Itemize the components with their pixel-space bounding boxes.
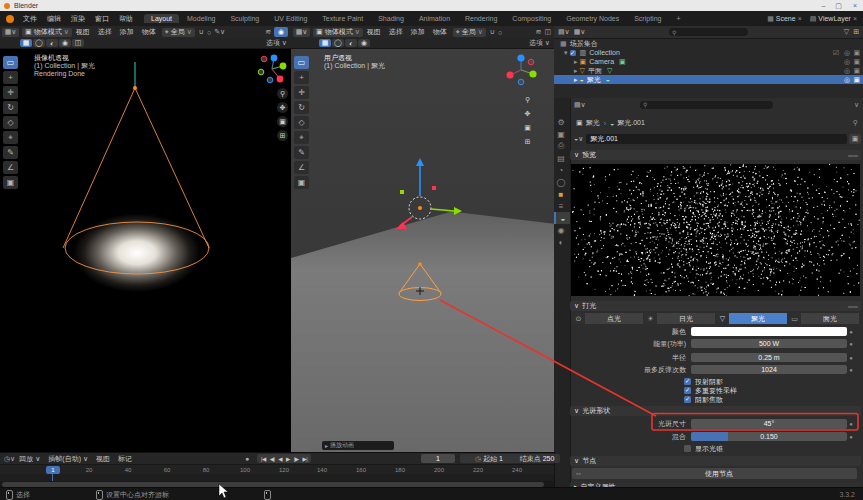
scale-tool[interactable]: ◇ <box>294 116 309 129</box>
solid-shading-icon[interactable]: ◯ <box>33 39 45 47</box>
hide-viewport-icon[interactable]: ◎ <box>844 58 850 66</box>
render-shading-icon[interactable]: ◉ <box>358 39 370 47</box>
render-visibility-checkbox[interactable]: ☑ <box>833 49 839 57</box>
cursor-tool[interactable]: + <box>3 71 18 84</box>
transform-tool[interactable]: ⌖ <box>3 131 18 144</box>
disable-render-icon[interactable]: ▣ <box>853 49 860 57</box>
mode-dropdown[interactable]: ▣ 物体模式∨ <box>313 28 363 37</box>
outliner-row-scene-collection[interactable]: ▦ 场景集合 <box>554 39 863 48</box>
hide-viewport-icon[interactable]: ◎ <box>844 76 850 84</box>
workspace-tab-rendering[interactable]: Rendering <box>458 14 504 23</box>
material-shading-icon[interactable]: ◐ <box>345 39 357 47</box>
timeline-view-menu[interactable]: 视图 <box>92 454 114 464</box>
outliner-row-spotlight-selected[interactable]: ▸ ◒ 聚光 ◒ ◎ ▣ <box>554 75 863 84</box>
workspace-tab-scripting[interactable]: Scripting <box>627 14 668 23</box>
workspace-tab-texturepaint[interactable]: Texture Paint <box>315 14 370 23</box>
orientation-dropdown[interactable]: ⌖ 全局∨ <box>162 28 195 37</box>
rendered-shading-icon[interactable]: ◉ <box>274 27 288 37</box>
jump-to-end-button[interactable]: ▶| <box>300 456 309 462</box>
tab-object-data[interactable]: ◒ <box>554 212 570 224</box>
section-preview[interactable]: ∨ 预览 ══ <box>570 150 861 160</box>
workspace-tab-shading[interactable]: Shading <box>371 14 411 23</box>
options-dropdown[interactable]: 选项 ∨ <box>266 38 287 48</box>
orientation-dropdown[interactable]: ⌖ 全局∨ <box>453 28 486 37</box>
animate-dot[interactable]: ● <box>849 434 853 440</box>
snap-magnet-icon[interactable]: ∪ <box>199 28 204 36</box>
spotlight-gizmo[interactable] <box>370 150 490 330</box>
current-frame-marker[interactable]: 1 <box>46 466 60 474</box>
header-options-icon[interactable]: ∨ <box>854 101 859 109</box>
tab-constraints[interactable]: ≡ <box>554 200 568 212</box>
multiple-importance-checkbox[interactable]: ✓ <box>684 387 691 394</box>
collection-checkbox[interactable]: ✓ <box>570 50 576 56</box>
zoom-icon[interactable]: ⚲ <box>522 94 533 105</box>
fake-user-icon[interactable]: ▣ <box>849 134 861 144</box>
add-cube-tool[interactable]: ▣ <box>294 176 309 189</box>
timeline-ruler[interactable]: 20 40 60 80 100 120 140 160 180 200 220 … <box>0 464 554 482</box>
shadow-caustics-checkbox[interactable]: ✓ <box>684 396 691 403</box>
animate-dot[interactable]: ● <box>849 341 853 347</box>
render-shading-icon[interactable]: ◉ <box>59 39 71 47</box>
menu-help[interactable]: 帮助 <box>114 14 138 24</box>
move-tool[interactable]: ✛ <box>294 86 309 99</box>
add-menu[interactable]: 添加 <box>116 27 138 37</box>
move-tool[interactable]: ✛ <box>3 86 18 99</box>
current-frame-field[interactable]: 1 <box>421 454 455 463</box>
use-nodes-button[interactable]: ◦◦ 使用节点 <box>572 468 857 479</box>
next-keyframe-button[interactable]: |▶ <box>292 456 301 462</box>
measure-tool[interactable]: ∠ <box>294 161 309 174</box>
workspace-tab-sculpting[interactable]: Sculpting <box>223 14 266 23</box>
tab-view-layer[interactable]: ▤ <box>554 152 568 164</box>
hide-viewport-icon[interactable]: ◎ <box>844 67 850 75</box>
wireframe-shading-icon[interactable]: ▦ <box>20 39 32 47</box>
tab-render[interactable]: ▣ <box>554 128 568 140</box>
rotate-tool[interactable]: ↻ <box>294 101 309 114</box>
light-type-dropdown[interactable]: ◒∨ <box>574 135 583 143</box>
spot-size-field[interactable]: 45° <box>691 419 847 429</box>
auto-key-record-icon[interactable]: ● <box>245 455 249 462</box>
menu-render[interactable]: 渲染 <box>66 14 90 24</box>
material-shading-icon[interactable]: ◐ <box>46 39 58 47</box>
disable-render-icon[interactable]: ▣ <box>853 58 860 66</box>
keying-menu[interactable]: 插帧(自动) ∨ <box>44 454 92 464</box>
proportional-edit-icon[interactable]: ○ <box>498 29 502 36</box>
tab-physics[interactable]: ◉ <box>554 224 568 236</box>
cast-shadow-checkbox[interactable]: ✓ <box>684 378 691 385</box>
view-menu[interactable]: 视图 <box>363 27 385 37</box>
max-bounces-field[interactable]: 1024 <box>691 365 847 374</box>
rotate-tool[interactable]: ↻ <box>3 101 18 114</box>
cursor-tool[interactable]: + <box>294 71 309 84</box>
viewlayer-selector[interactable]: ViewLayer <box>818 15 851 22</box>
pan-icon[interactable]: ✥ <box>522 108 533 119</box>
pan-icon[interactable]: ✥ <box>277 102 288 113</box>
prev-keyframe-button[interactable]: ◀| <box>268 456 277 462</box>
jump-to-start-button[interactable]: |◀ <box>259 456 268 462</box>
camera-tool[interactable]: ▣ <box>3 176 18 189</box>
blend-slider[interactable]: 0.150 <box>691 432 847 441</box>
datablock-name-field[interactable]: 聚光.001 <box>586 134 847 144</box>
hide-viewport-icon[interactable]: ◎ <box>844 49 850 57</box>
camera-view-icon[interactable]: ▣ <box>277 116 288 127</box>
close-button[interactable]: × <box>847 2 863 9</box>
viewlayer-unlink-icon[interactable]: × <box>853 15 857 22</box>
add-menu[interactable]: 添加 <box>407 27 429 37</box>
xray-icon[interactable]: ◫ <box>72 39 84 47</box>
frame-start-field[interactable]: ◷ 起始 1 <box>460 454 518 463</box>
scene-selector[interactable]: Scene <box>776 15 796 22</box>
minimize-button[interactable]: – <box>816 2 830 9</box>
scene-unlink-icon[interactable]: × <box>798 15 802 22</box>
menu-window[interactable]: 窗口 <box>90 14 114 24</box>
select-box-tool[interactable]: ▭ <box>3 56 18 69</box>
timeline-editor-icon[interactable]: ◷∨ <box>4 455 15 463</box>
navigation-gizmo[interactable] <box>504 52 538 86</box>
light-type-spot[interactable]: ▽ 聚光 <box>716 313 787 324</box>
object-menu[interactable]: 物体 <box>138 27 160 37</box>
section-spot-shape[interactable]: ∨ 光斑形状 <box>570 406 861 416</box>
animate-dot[interactable]: ● <box>849 421 853 427</box>
outliner-row-collection[interactable]: ▾ ✓ ▥ Collection ☑ ◎ ▣ <box>554 48 863 57</box>
pin-icon[interactable]: ⚲ <box>853 119 858 127</box>
add-workspace-button[interactable]: + <box>669 14 687 23</box>
zoom-icon[interactable]: ⚲ <box>277 88 288 99</box>
wireframe-shading-icon[interactable]: ▦ <box>319 39 331 47</box>
animate-dot[interactable]: ● <box>849 367 853 373</box>
